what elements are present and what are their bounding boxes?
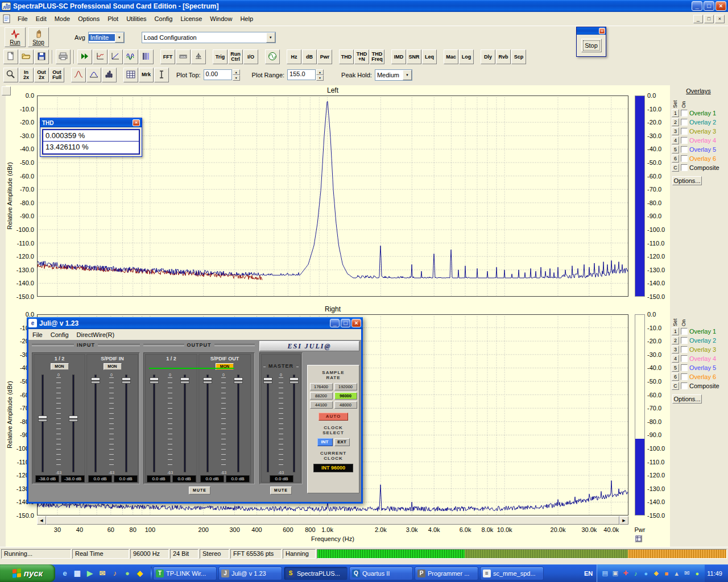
signal-generator-button[interactable]: [265, 49, 280, 64]
menu-options[interactable]: Options: [74, 14, 104, 24]
plot-top-input[interactable]: 0.00: [204, 69, 232, 80]
overlay-on-checkbox-2-right[interactable]: [681, 337, 688, 344]
overlay-on-checkbox-6-right[interactable]: [681, 373, 688, 380]
spin-up-icon[interactable]: ▲: [233, 69, 240, 75]
quick-launch-explorer[interactable]: ◆: [135, 568, 145, 579]
overlay-options-button-left[interactable]: Options...: [672, 176, 702, 185]
new-file-button[interactable]: [3, 49, 18, 64]
quick-launch-show-desktop[interactable]: ▦: [72, 568, 82, 579]
julia-menu-config[interactable]: Config: [47, 330, 73, 339]
logging-button[interactable]: Log: [459, 49, 474, 64]
audio-tray-icon[interactable]: ♪: [631, 569, 640, 577]
plot-top-spinner[interactable]: ▲▼: [233, 69, 240, 80]
snr-button[interactable]: SNR: [407, 49, 421, 64]
fader-knob[interactable]: [122, 377, 131, 384]
quick-launch-mail[interactable]: ✉: [97, 568, 107, 579]
language-indicator[interactable]: EN: [580, 568, 597, 579]
fader-knob[interactable]: [203, 377, 212, 384]
close-button[interactable]: ×: [715, 1, 726, 11]
peak-hold-select[interactable]: Medium ▼: [375, 69, 412, 81]
scroll-right-icon[interactable]: ▶: [619, 516, 628, 525]
menu-file[interactable]: File: [14, 14, 32, 24]
overlay-on-checkbox-5-right[interactable]: [681, 364, 688, 371]
overlay-set-button-1-right[interactable]: 1: [672, 327, 679, 335]
fader-knob[interactable]: [69, 415, 78, 422]
titlebar[interactable]: SpectraPLUS-SC Professional Sound Card E…: [0, 0, 728, 12]
mon-button-input-1-2[interactable]: MON: [51, 363, 69, 370]
overlay-on-checkbox-2-left[interactable]: [681, 119, 688, 126]
avg-select[interactable]: Infinite ▼: [88, 32, 125, 43]
mon-button-input-spdif-in[interactable]: MON: [104, 363, 122, 370]
network-tray-icon[interactable]: ▤: [601, 569, 609, 577]
fader-knob[interactable]: [180, 377, 189, 384]
task-button-2[interactable]: SSpectraPLUS...: [284, 567, 348, 580]
scrollbar-thumb[interactable]: [46, 516, 619, 525]
fast-forward-button[interactable]: [77, 49, 92, 64]
mdi-minimize-button[interactable]: _: [693, 15, 703, 23]
overlay-set-button-c-left[interactable]: C: [672, 164, 679, 172]
close-icon[interactable]: ×: [133, 119, 140, 126]
menu-utilities[interactable]: Utilities: [122, 14, 150, 24]
plot-range-input[interactable]: 155.0: [287, 69, 316, 80]
thd-freq-button[interactable]: THD Freq: [370, 49, 384, 64]
db-units-button[interactable]: dB: [302, 49, 317, 64]
quick-launch-ie[interactable]: e: [60, 568, 70, 579]
zoom-out-2x-button[interactable]: Out 2x: [34, 68, 49, 82]
menu-window[interactable]: Window: [206, 14, 236, 24]
save-file-button[interactable]: [34, 49, 49, 64]
open-file-button[interactable]: [19, 49, 34, 64]
menu-edit[interactable]: Edit: [32, 14, 51, 24]
spectrogram-button[interactable]: [139, 49, 154, 64]
sample-rate-176400[interactable]: 176400: [310, 383, 333, 390]
scroll-left-icon[interactable]: ◀: [37, 516, 46, 525]
julia-menu-file[interactable]: File: [28, 330, 47, 339]
messenger-tray-icon[interactable]: ●: [642, 569, 650, 577]
mdi-close-button[interactable]: ×: [715, 15, 725, 23]
quick-launch-media-player[interactable]: ▶: [85, 568, 95, 579]
sample-rate-48000[interactable]: 48000: [334, 401, 357, 409]
chevron-down-icon[interactable]: ▼: [115, 32, 124, 43]
zoom-in-2x-button[interactable]: In 2x: [19, 68, 34, 82]
overlay-on-checkbox-1-left[interactable]: [681, 110, 688, 117]
overlay-set-button-5-left[interactable]: 5: [672, 146, 679, 153]
menu-license[interactable]: License: [176, 14, 206, 24]
overlay-set-button-4-right[interactable]: 4: [672, 355, 679, 363]
mon-button-output-spdif-out[interactable]: MON: [216, 363, 234, 370]
fader-knob[interactable]: [234, 377, 243, 384]
auto-rate-button[interactable]: AUTO: [318, 413, 348, 421]
thd-titlebar[interactable]: THD ×: [40, 118, 142, 127]
macro-button[interactable]: Mac: [444, 49, 458, 64]
task-button-1[interactable]: JJuli@ v 1.23: [218, 567, 282, 580]
output-mute-button[interactable]: MUTE: [189, 487, 210, 494]
print-button[interactable]: [56, 49, 71, 64]
chevron-down-icon[interactable]: ▼: [266, 32, 275, 43]
overlay-on-checkbox-c-right[interactable]: [681, 383, 688, 389]
overlay-on-checkbox-4-left[interactable]: [681, 137, 688, 144]
task-button-3[interactable]: QQuartus II: [349, 567, 413, 580]
hz-units-button[interactable]: Hz: [287, 49, 301, 64]
fader-knob[interactable]: [289, 377, 299, 384]
stop-palette-titlebar[interactable]: ×: [577, 27, 606, 35]
overlay-set-button-5-right[interactable]: 5: [672, 364, 679, 372]
fader-output-1-2-2[interactable]: [180, 373, 190, 474]
fader-input-spdif-in-2[interactable]: [121, 373, 131, 474]
pwr-meter-icon[interactable]: [635, 535, 642, 542]
thd-button[interactable]: THD: [339, 49, 354, 64]
sample-rate-192000[interactable]: 192000: [334, 383, 357, 390]
stop-palette-window[interactable]: × Stop: [576, 27, 606, 57]
fader-input-1-2-1[interactable]: [38, 373, 48, 474]
fader-knob[interactable]: [38, 415, 47, 422]
overlay-set-button-6-left[interactable]: 6: [672, 155, 679, 163]
phase-button[interactable]: [108, 49, 123, 64]
julia-menu-directwirer[interactable]: DirectWire(R): [73, 330, 119, 339]
overlay-on-checkbox-6-left[interactable]: [681, 155, 688, 162]
mdi-document-icon[interactable]: [2, 14, 11, 23]
zoom-button[interactable]: [3, 68, 18, 82]
scheduler-tray-icon[interactable]: ◆: [652, 569, 660, 577]
overlay-set-button-2-right[interactable]: 2: [672, 336, 679, 344]
overlay-on-checkbox-3-right[interactable]: [681, 346, 688, 353]
fader-knob[interactable]: [263, 377, 272, 384]
close-icon[interactable]: ×: [599, 28, 605, 34]
histogram-button[interactable]: [102, 68, 117, 82]
overlay-set-button-6-right[interactable]: 6: [672, 373, 679, 381]
